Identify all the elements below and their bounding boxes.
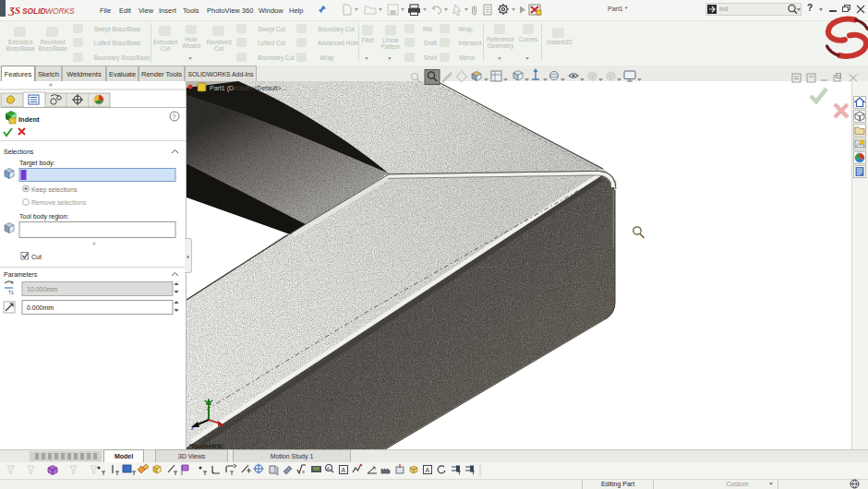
svg-text:Keep selections: Keep selections: [31, 186, 78, 194]
svg-text:Parameters: Parameters: [4, 271, 38, 278]
svg-text:0.000mm: 0.000mm: [27, 304, 54, 311]
svg-text:SOLID: SOLID: [22, 6, 46, 16]
svg-text:x: x: [302, 469, 305, 474]
svg-text:A: A: [342, 467, 346, 473]
svg-text:A: A: [327, 466, 331, 471]
svg-text:z: z: [191, 425, 194, 431]
svg-text:Remove selections: Remove selections: [31, 199, 87, 206]
svg-text:h: h: [373, 465, 376, 471]
svg-text:ƷS: ƷS: [8, 5, 20, 16]
svg-text:T1: T1: [8, 290, 14, 295]
svg-text:WORKS: WORKS: [45, 6, 75, 16]
svg-text:A: A: [426, 467, 430, 473]
svg-text:Selections: Selections: [4, 149, 34, 155]
svg-text:Part1 (Default<<Default>...: Part1 (Default<<Default>...: [210, 85, 287, 92]
svg-text:10.000mm: 10.000mm: [27, 286, 57, 292]
svg-text:Tool body region:: Tool body region:: [19, 213, 68, 221]
svg-text:Indent: Indent: [18, 115, 40, 124]
svg-text:Target body:: Target body:: [19, 160, 55, 167]
svg-text:Cut: Cut: [31, 254, 42, 260]
svg-text:?: ?: [173, 113, 176, 120]
